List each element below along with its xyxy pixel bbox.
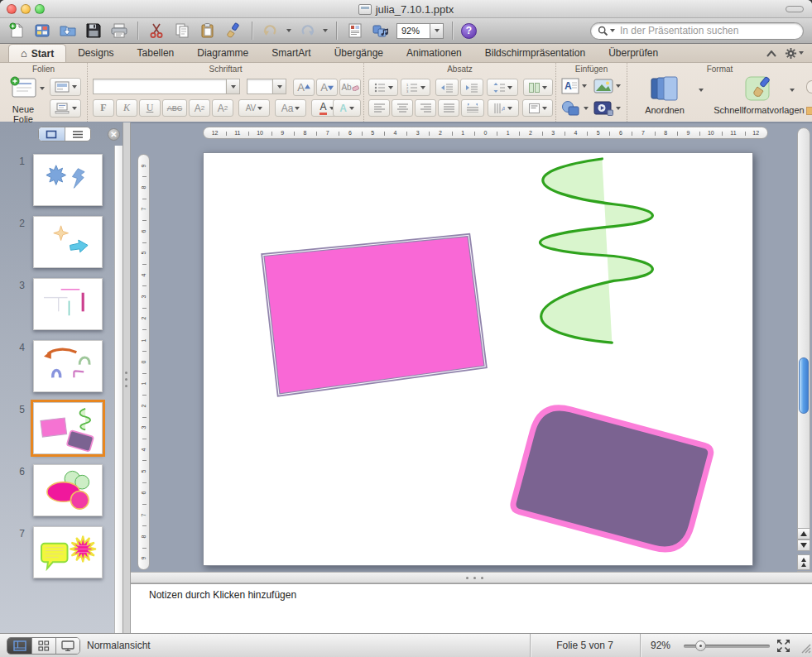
tab-diagramme[interactable]: Diagramme [185,44,260,62]
align-text-button[interactable] [522,99,553,117]
font-size-combo[interactable] [247,79,286,94]
zoom-combo[interactable]: 92% [396,23,444,39]
clear-formatting-button[interactable]: Ab [339,79,361,96]
outline-view-button[interactable] [345,21,365,41]
underline-button[interactable]: U [139,99,161,117]
search-icon[interactable] [591,26,618,36]
subscript-button[interactable]: A2 [212,99,233,117]
strikethrough-button[interactable]: ABC [162,99,187,117]
slide-layout-button[interactable] [50,78,81,96]
text-direction-button[interactable]: A [488,99,519,117]
align-right-button[interactable] [415,99,436,117]
panel-scrollbar[interactable] [114,146,123,633]
vertical-scrollbar[interactable] [797,127,810,547]
arrange-button[interactable]: Anordnen [636,75,694,103]
new-slide-dropdown-arrow[interactable] [40,87,45,90]
presentation-gallery-button[interactable] [32,21,52,41]
scroll-up-button[interactable] [797,528,810,540]
media-browser-button[interactable] [371,21,391,41]
resize-grip[interactable] [799,641,811,656]
zoom-slider-knob[interactable] [695,640,706,651]
insert-shape-button[interactable] [561,100,589,117]
search-field[interactable] [590,22,804,40]
increase-indent-button[interactable] [460,79,483,96]
quick-styles-dropdown-arrow[interactable] [790,89,795,92]
scrollbar-thumb[interactable] [799,357,809,414]
character-spacing-button[interactable]: AV [238,99,270,117]
collapse-ribbon-icon[interactable] [766,46,776,60]
justify-button[interactable] [438,99,459,117]
format-painter-button[interactable] [223,21,243,41]
slideshow-view-button[interactable] [55,638,79,654]
slide-list-item: 5 [0,402,123,458]
tab-tabellen[interactable]: Tabellen [126,44,186,62]
notes-splitter-handle[interactable] [466,577,483,579]
decrease-indent-button[interactable] [435,79,459,96]
notes-splitter[interactable] [131,572,812,583]
columns-button[interactable] [523,79,553,96]
slide-thumbnail-7[interactable] [33,526,103,578]
slide-thumbnail-6[interactable] [33,464,103,516]
slide-thumbnail-3[interactable] [33,278,103,330]
notes-placeholder[interactable]: Notizen durch Klicken hinzufügen [149,589,296,601]
shrink-font-button[interactable]: A [316,79,338,96]
print-button[interactable] [109,21,129,41]
scroll-down-button[interactable] [797,540,810,551]
grow-font-button[interactable]: A [293,79,315,96]
redo-button[interactable] [297,21,317,41]
panel-splitter[interactable] [123,122,131,633]
tab-bildschirmpr-sentation[interactable]: Bildschirmpräsentation [473,44,597,62]
redo-dropdown-arrow[interactable] [323,29,328,32]
tab--berpr-fen[interactable]: Überprüfen [597,44,670,62]
gear-icon[interactable] [785,47,804,60]
text-highlight-button[interactable]: A [333,99,361,117]
undo-button[interactable] [261,21,281,41]
slide-section-button[interactable] [50,99,81,117]
tab-animationen[interactable]: Animationen [395,44,473,62]
zoom-value[interactable]: 92% [396,23,430,39]
notes-pane[interactable]: Notizen durch Klicken hinzufügen [131,583,812,633]
slide-canvas[interactable] [203,152,753,566]
slide-thumbnail-5[interactable] [33,402,103,454]
distribute-text-button[interactable] [461,99,484,117]
arrange-dropdown-arrow[interactable] [699,89,704,92]
insert-textbox-button[interactable]: A [561,78,587,94]
undo-dropdown-arrow[interactable] [286,29,291,32]
copy-button[interactable] [172,21,192,41]
tab-designs[interactable]: Designs [66,44,125,62]
numbered-list-button[interactable]: 123 [401,79,430,96]
splitter-handle[interactable] [125,372,127,387]
slide-thumbnail-1[interactable] [33,154,103,206]
slide-sorter-view-button[interactable] [31,638,55,654]
tab-start[interactable]: ⌂Start [8,44,66,62]
insert-media-button[interactable] [593,100,621,117]
superscript-button[interactable]: A2 [189,99,210,117]
fit-slide-button[interactable] [776,639,790,655]
search-input[interactable] [618,24,784,37]
tab-smartart[interactable]: SmartArt [260,44,322,62]
font-name-combo[interactable] [93,79,240,94]
normal-view-button[interactable] [7,638,31,654]
insert-picture-button[interactable] [593,78,621,94]
bullet-list-button[interactable] [368,79,398,96]
cut-button[interactable] [147,21,166,41]
previous-slide-button[interactable] [797,554,810,570]
italic-button[interactable]: K [116,99,137,117]
align-left-button[interactable] [368,99,390,117]
paste-button[interactable] [198,21,218,41]
toolbar-toggle-pill[interactable] [786,6,804,12]
zoom-slider[interactable] [684,645,770,648]
open-button[interactable] [58,21,78,41]
change-case-button[interactable]: Aa [275,99,306,117]
new-document-button[interactable] [7,21,26,41]
zoom-dropdown-button[interactable] [430,23,444,39]
save-button[interactable] [84,21,103,41]
align-center-button[interactable] [392,99,413,117]
tab--berg-nge[interactable]: Übergänge [323,44,395,62]
slide-thumbnail-2[interactable] [33,216,103,268]
help-button[interactable]: ? [461,23,477,39]
line-spacing-button[interactable] [487,79,518,96]
new-slide-button[interactable]: Neue Folie [5,76,41,121]
bold-button[interactable]: F [93,99,114,117]
slide-thumbnail-4[interactable] [33,340,103,392]
